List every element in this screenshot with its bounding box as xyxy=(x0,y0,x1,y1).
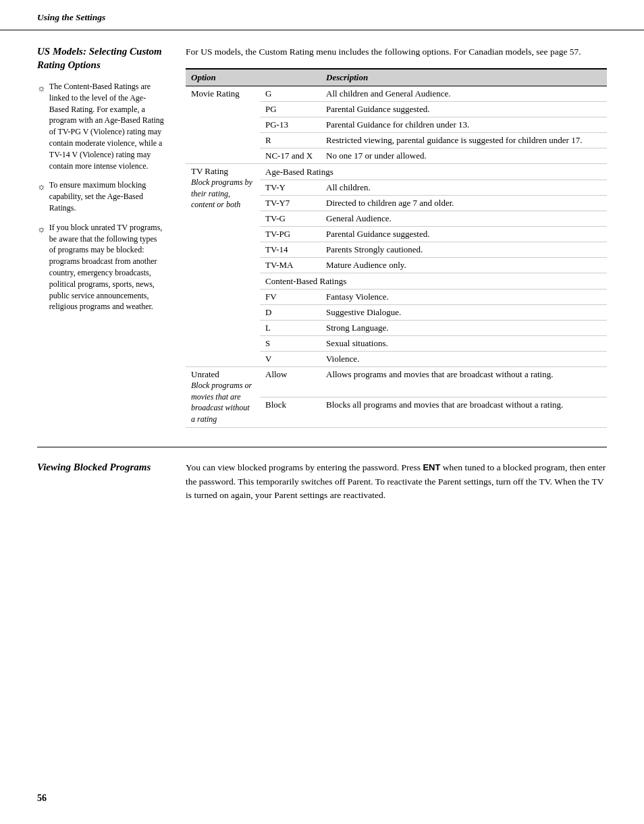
rating-code: TV-MA xyxy=(260,258,321,273)
table-row: Unrated Block programs or movies that ar… xyxy=(186,367,607,397)
content-based-label: Content-Based Ratings xyxy=(260,273,607,290)
ent-key: ENT xyxy=(423,462,440,472)
rating-desc: Allows programs and movies that are broa… xyxy=(321,367,607,397)
rating-code: D xyxy=(260,305,321,321)
page: Using the Settings US Models: Selecting … xyxy=(0,0,644,824)
rating-desc: Parental Guidance suggested. xyxy=(321,227,607,242)
rating-code: TV-G xyxy=(260,211,321,227)
rating-table: Option Description Movie Rating G All ch… xyxy=(186,68,607,427)
rating-code: PG-13 xyxy=(260,117,321,133)
left-column-section2: Viewing Blocked Programs xyxy=(37,447,179,503)
rating-desc: Parental Guidance for children under 13. xyxy=(321,117,607,133)
rating-code: S xyxy=(260,336,321,352)
bullet-text: If you block unrated TV programs, be awa… xyxy=(49,222,164,312)
rating-desc: Parents Strongly cautioned. xyxy=(321,242,607,258)
section2-heading: Viewing Blocked Programs xyxy=(37,461,164,474)
rating-desc: General Audience. xyxy=(321,211,607,227)
col2-header xyxy=(260,69,321,86)
section2-body: You can view blocked programs by enterin… xyxy=(186,461,607,503)
age-based-label: Age-Based Ratings xyxy=(260,164,607,180)
table-row: TV Rating Block programs by their rating… xyxy=(186,164,607,180)
bullet-icon: ☼ xyxy=(37,180,46,194)
table-row: Movie Rating G All children and General … xyxy=(186,86,607,102)
rating-code: G xyxy=(260,86,321,102)
rating-code: NC-17 and X xyxy=(260,148,321,164)
rating-desc: Sexual situations. xyxy=(321,336,607,352)
section2-content: Viewing Blocked Programs You can view bl… xyxy=(0,447,644,503)
section1-content: US Models: Selecting Custom Rating Optio… xyxy=(0,30,644,428)
rating-desc: All children. xyxy=(321,180,607,196)
list-item: ☼ If you block unrated TV programs, be a… xyxy=(37,222,164,312)
rating-code: TV-14 xyxy=(260,242,321,258)
rating-code: TV-PG xyxy=(260,227,321,242)
rating-code: TV-Y xyxy=(260,180,321,196)
bullet-icon: ☼ xyxy=(37,82,46,95)
right-column-section2: You can view blocked programs by enterin… xyxy=(179,447,607,503)
bullet-text: The Content-Based Ratings are linked to … xyxy=(49,81,164,171)
col1-header: Option xyxy=(186,69,260,86)
tv-rating-label: TV Rating Block programs by their rating… xyxy=(186,164,260,367)
page-header: Using the Settings xyxy=(0,0,644,30)
header-title: Using the Settings xyxy=(37,12,105,22)
bullet-icon: ☼ xyxy=(37,223,46,236)
rating-desc: All children and General Audience. xyxy=(321,86,607,102)
rating-desc: Directed to children age 7 and older. xyxy=(321,196,607,211)
bullets-list: ☼ The Content-Based Ratings are linked t… xyxy=(37,81,164,312)
table-header-row: Option Description xyxy=(186,69,607,86)
rating-desc: Strong Language. xyxy=(321,321,607,336)
rating-code: TV-Y7 xyxy=(260,196,321,211)
rating-desc: No one 17 or under allowed. xyxy=(321,148,607,164)
rating-code: Block xyxy=(260,397,321,427)
rating-desc: Violence. xyxy=(321,352,607,367)
section1-heading: US Models: Selecting Custom Rating Optio… xyxy=(37,45,164,72)
rating-code: V xyxy=(260,352,321,367)
movie-rating-label: Movie Rating xyxy=(186,86,260,164)
rating-desc: Parental Guidance suggested. xyxy=(321,102,607,117)
rating-desc: Blocks all programs and movies that are … xyxy=(321,397,607,427)
left-column-section1: US Models: Selecting Custom Rating Optio… xyxy=(37,30,179,428)
intro-text: For US models, the Custom Rating menu in… xyxy=(186,45,607,59)
unrated-label: Unrated Block programs or movies that ar… xyxy=(186,367,260,427)
rating-code: PG xyxy=(260,102,321,117)
page-number: 56 xyxy=(37,793,47,804)
bullet-text: To ensure maximum blocking capability, s… xyxy=(49,180,164,213)
rating-desc: Restricted viewing, parental guidance is… xyxy=(321,133,607,148)
rating-code: FV xyxy=(260,290,321,305)
unrated-sublabel: Block programs or movies that are broadc… xyxy=(191,381,252,424)
tv-rating-sublabel: Block programs by their rating, content … xyxy=(191,177,252,209)
right-column-section1: For US models, the Custom Rating menu in… xyxy=(179,30,607,428)
rating-desc: Fantasy Violence. xyxy=(321,290,607,305)
rating-code: Allow xyxy=(260,367,321,397)
rating-desc: Mature Audience only. xyxy=(321,258,607,273)
list-item: ☼ The Content-Based Ratings are linked t… xyxy=(37,81,164,171)
rating-desc: Suggestive Dialogue. xyxy=(321,305,607,321)
col3-header: Description xyxy=(321,69,607,86)
rating-code: R xyxy=(260,133,321,148)
list-item: ☼ To ensure maximum blocking capability,… xyxy=(37,180,164,213)
rating-code: L xyxy=(260,321,321,336)
